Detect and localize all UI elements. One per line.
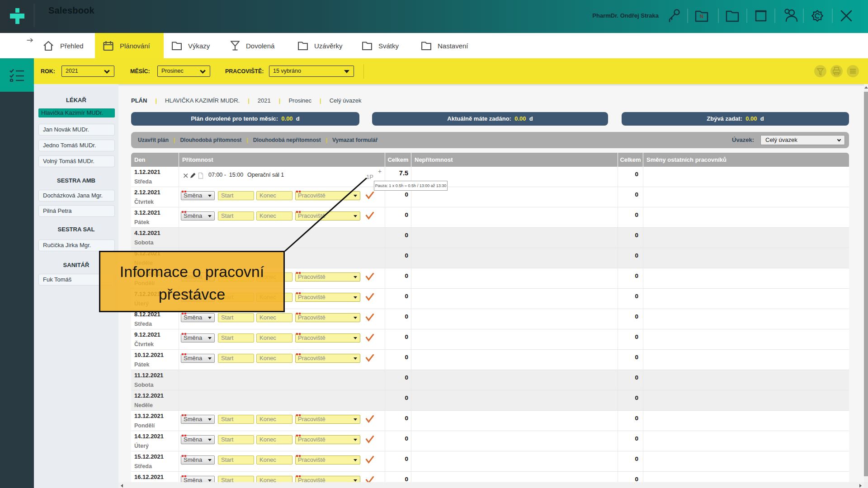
svg-text:N: N bbox=[700, 14, 703, 19]
